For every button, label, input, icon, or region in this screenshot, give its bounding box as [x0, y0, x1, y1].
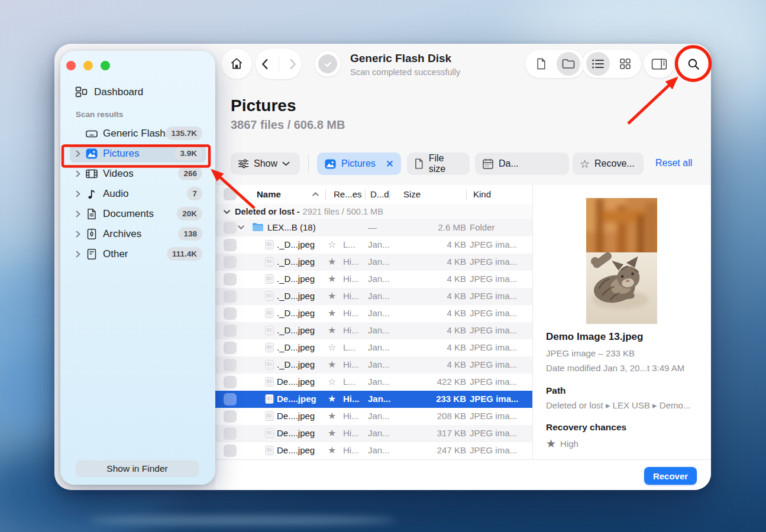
folder-view-button[interactable] [557, 52, 580, 76]
column-divider[interactable] [325, 190, 326, 200]
row-checkbox[interactable] [224, 359, 237, 371]
row-checkbox[interactable] [224, 410, 237, 423]
recovery-star-icon: ★ [328, 410, 336, 422]
show-filter-button[interactable]: Show [231, 153, 300, 175]
file-view-button[interactable] [529, 52, 553, 76]
date-modified: Jan... [368, 342, 390, 352]
row-checkbox[interactable] [224, 393, 237, 406]
image-file-icon [265, 257, 274, 267]
chevron-right-icon[interactable] [76, 170, 80, 177]
column-header-name[interactable]: Name [257, 189, 281, 199]
star-icon: ★ [546, 437, 556, 450]
reset-all-link[interactable]: Reset all [655, 158, 692, 168]
table-row[interactable]: De....jpeg ★ Hi... Jan... 247 KB JPEG im… [215, 442, 532, 459]
filter-chip-file-size[interactable]: File size [407, 153, 470, 175]
recovery-chance: L... [343, 239, 355, 249]
sidebar-item-documents[interactable]: Documents 20K [60, 204, 215, 224]
column-divider[interactable] [365, 190, 366, 200]
chevron-right-icon[interactable] [76, 190, 80, 197]
chevron-right-icon[interactable] [76, 210, 80, 218]
list-view-button[interactable] [586, 52, 610, 76]
file-kind: JPEG ima... [470, 325, 517, 335]
row-checkbox[interactable] [224, 239, 237, 251]
chevron-down-icon[interactable] [238, 225, 244, 229]
table-row[interactable]: ._D...jpeg ★ Hi... Jan... 4 KB JPEG ima.… [215, 356, 532, 374]
file-kind: JPEG ima... [470, 308, 517, 318]
table-row[interactable]: De....jpeg ★ Hi... Jan... 317 KB JPEG im… [215, 425, 532, 442]
row-checkbox[interactable] [224, 307, 237, 320]
chevron-right-icon[interactable] [76, 150, 80, 157]
column-divider[interactable] [389, 190, 390, 200]
table-row[interactable]: ._D...jpeg ★ Hi... Jan... 4 KB JPEG ima.… [215, 288, 532, 305]
sidebar-item-label: Dashboard [94, 86, 143, 98]
sidebar-item-videos[interactable]: Videos 266 [60, 164, 215, 184]
table-row[interactable]: De....jpeg ★ Hi... Jan... 208 KB JPEG im… [215, 408, 532, 425]
other-icon [85, 248, 98, 261]
table-row[interactable]: ._D...jpeg ★ Hi... Jan... 4 KB JPEG ima.… [215, 271, 532, 288]
recovery-chance: Hi... [343, 359, 359, 369]
chevron-right-icon[interactable] [76, 231, 80, 238]
table-row[interactable]: ._D...jpeg ☆ L... Jan... 4 KB JPEG ima..… [215, 339, 532, 356]
column-divider[interactable] [466, 190, 467, 200]
documents-icon [85, 207, 98, 220]
filter-chip-date[interactable]: Da... [475, 153, 569, 175]
row-checkbox[interactable] [224, 445, 237, 457]
sidebar-item-label: Generic Flash... [103, 128, 174, 140]
table-row[interactable]: ._D...jpeg ★ Hi... Jan... 4 KB JPEG ima.… [215, 322, 532, 339]
column-header-recovery[interactable]: Re...es [334, 189, 362, 199]
table-row[interactable]: ._D...jpeg ★ Hi... Jan... 4 KB JPEG ima.… [215, 305, 532, 322]
image-file-icon [265, 359, 274, 370]
sidebar-panel: Dashboard Scan results Generic Flash... … [60, 51, 215, 485]
row-checkbox[interactable] [224, 290, 237, 303]
details-panel-toggle[interactable] [644, 50, 674, 78]
home-button[interactable] [221, 48, 252, 79]
back-button[interactable] [261, 59, 269, 70]
filter-chip-recovery[interactable]: ☆ Recove... [573, 153, 644, 175]
close-window-button[interactable] [66, 61, 76, 70]
zoom-window-button[interactable] [101, 61, 110, 70]
show-in-finder-button[interactable]: Show in Finder [76, 460, 199, 477]
row-checkbox[interactable] [224, 376, 237, 388]
close-icon[interactable]: ✕ [386, 158, 394, 170]
sidebar-item-archives[interactable]: Archives 138 [60, 224, 215, 244]
row-checkbox[interactable] [224, 325, 237, 337]
sidebar-item-other[interactable]: Other 111.4K [60, 244, 215, 264]
table-row[interactable]: De....jpeg ★ Hi... Jan... 233 KB JPEG im… [215, 391, 532, 408]
sidebar-item-pictures[interactable]: Pictures 3.9K [60, 144, 215, 164]
chevron-down-icon[interactable] [224, 210, 230, 214]
sidebar-item-generic-flash[interactable]: Generic Flash... 135.7K [60, 124, 215, 144]
filter-chip-pictures[interactable]: Pictures ✕ [317, 153, 401, 175]
file-size: 4 KB [447, 308, 466, 318]
recovery-chance: L... [343, 342, 355, 352]
row-checkbox[interactable] [224, 342, 237, 354]
row-checkbox[interactable] [224, 273, 237, 286]
column-header-size[interactable]: Size [403, 189, 421, 199]
group-row-deleted-or-lost[interactable]: Deleted or lost - 2921 files / 500.1 MB [215, 204, 532, 220]
minimize-window-button[interactable] [83, 61, 93, 70]
column-header-kind[interactable]: Kind [473, 189, 491, 199]
row-checkbox[interactable] [224, 222, 237, 234]
detail-path-value: Deleted or lost ▸ LEX USB ▸ Demo... [546, 400, 690, 411]
file-size: 247 KB [437, 445, 466, 455]
sidebar-item-audio[interactable]: Audio 7 [60, 184, 215, 204]
grid-view-button[interactable] [613, 52, 637, 76]
recover-button[interactable]: Recover [644, 467, 697, 485]
file-icon [536, 57, 547, 70]
table-row[interactable]: ._D...jpeg ☆ L... Jan... 4 KB JPEG ima..… [215, 236, 532, 254]
sort-ascending-icon[interactable] [312, 192, 319, 196]
row-checkbox[interactable] [224, 256, 237, 268]
select-all-checkbox[interactable] [224, 188, 237, 200]
sidebar-item-dashboard[interactable]: Dashboard [75, 85, 143, 99]
file-kind: JPEG ima... [470, 377, 517, 387]
table-row[interactable]: ._D...jpeg ★ Hi... Jan... 4 KB JPEG ima.… [215, 254, 532, 271]
search-button[interactable] [678, 48, 709, 79]
table-row[interactable]: De....jpeg ☆ L... Jan... 422 KB JPEG ima… [215, 374, 532, 391]
divider [279, 56, 279, 72]
table-row[interactable]: LEX...B (18) — 2.6 MB Folder [215, 219, 532, 236]
forward-button[interactable] [289, 59, 297, 70]
column-header-date[interactable]: D...d [370, 189, 389, 199]
row-checkbox[interactable] [224, 427, 237, 440]
chevron-right-icon[interactable] [76, 251, 80, 258]
file-kind: JPEG ima... [470, 342, 517, 352]
sidebar-item-label: Videos [103, 168, 134, 180]
